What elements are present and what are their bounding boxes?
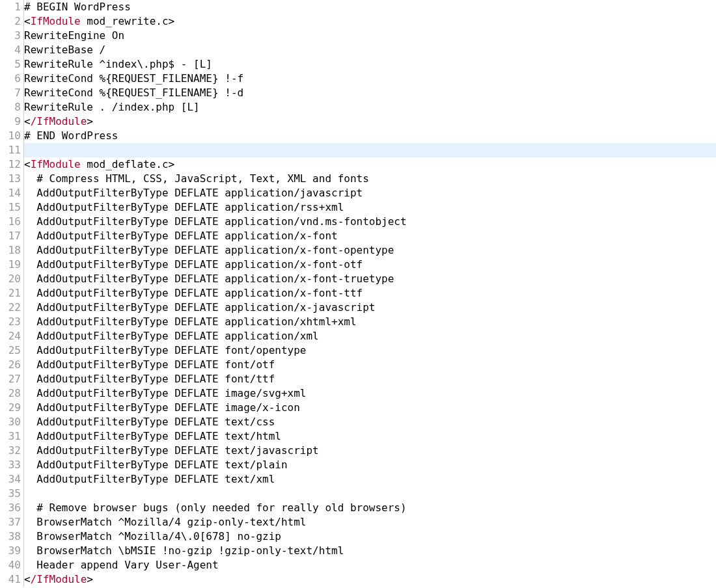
code-text: BrowserMatch ^Mozilla/4 gzip-only-text/h…	[24, 516, 306, 528]
code-text: AddOutputFilterByType DEFLATE applicatio…	[24, 258, 363, 271]
code-text: AddOutputFilterByType DEFLATE text/javas…	[24, 444, 319, 457]
code-text: AddOutputFilterByType DEFLATE applicatio…	[24, 273, 394, 285]
code-line[interactable]: # END WordPress	[24, 129, 716, 143]
code-text: RewriteCond %{REQUEST_FILENAME} !-f	[24, 72, 243, 85]
code-text: AddOutputFilterByType DEFLATE font/otf	[24, 358, 275, 371]
line-number: 33	[0, 458, 23, 472]
syntax-tag: IfModule	[31, 15, 81, 27]
code-line[interactable]: AddOutputFilterByType DEFLATE font/opent…	[24, 343, 716, 358]
code-line[interactable]: # Compress HTML, CSS, JavaScript, Text, …	[24, 172, 716, 186]
code-text: AddOutputFilterByType DEFLATE text/css	[24, 416, 275, 428]
line-number: 13	[0, 172, 23, 186]
code-line[interactable]: AddOutputFilterByType DEFLATE applicatio…	[24, 243, 716, 258]
code-line[interactable]: RewriteCond %{REQUEST_FILENAME} !-f	[24, 72, 716, 86]
code-text: AddOutputFilterByType DEFLATE applicatio…	[24, 201, 344, 213]
line-number: 3	[0, 29, 23, 43]
line-number-gutter: 1234567891011121314151617181920212223242…	[0, 0, 24, 587]
line-number: 22	[0, 301, 23, 315]
line-number: 30	[0, 415, 23, 429]
code-line[interactable]: AddOutputFilterByType DEFLATE applicatio…	[24, 258, 716, 272]
code-text: AddOutputFilterByType DEFLATE applicatio…	[24, 301, 375, 314]
code-text: AddOutputFilterByType DEFLATE text/html	[24, 430, 281, 442]
code-line[interactable]: BrowserMatch ^Mozilla/4 gzip-only-text/h…	[24, 515, 716, 529]
code-text: Header append Vary User-Agent	[24, 559, 219, 571]
syntax-punct: <	[24, 15, 31, 27]
code-text: BrowserMatch ^Mozilla/4\.0[678] no-gzip	[24, 530, 281, 542]
code-line[interactable]: </IfModule>	[24, 114, 716, 129]
code-line[interactable]: AddOutputFilterByType DEFLATE applicatio…	[24, 186, 716, 200]
syntax-tag: /IfModule	[31, 115, 87, 127]
code-text: BrowserMatch \bMSIE !no-gzip !gzip-only-…	[24, 544, 344, 557]
code-line[interactable]: # Remove browser bugs (only needed for r…	[24, 501, 716, 515]
code-text: RewriteCond %{REQUEST_FILENAME} !-d	[24, 87, 243, 99]
code-line[interactable]: Header append Vary User-Agent	[24, 558, 716, 572]
code-line[interactable]: # BEGIN WordPress	[24, 0, 716, 14]
code-line[interactable]: AddOutputFilterByType DEFLATE font/ttf	[24, 372, 716, 386]
code-line[interactable]: AddOutputFilterByType DEFLATE applicatio…	[24, 229, 716, 243]
code-line[interactable]: AddOutputFilterByType DEFLATE image/x-ic…	[24, 401, 716, 415]
code-line[interactable]: BrowserMatch \bMSIE !no-gzip !gzip-only-…	[24, 544, 716, 558]
line-number: 16	[0, 215, 23, 229]
code-line[interactable]: AddOutputFilterByType DEFLATE applicatio…	[24, 329, 716, 343]
code-line[interactable]: RewriteRule . /index.php [L]	[24, 100, 716, 114]
code-text: AddOutputFilterByType DEFLATE applicatio…	[24, 187, 363, 199]
syntax-punct: >	[169, 158, 175, 170]
code-line[interactable]: AddOutputFilterByType DEFLATE text/css	[24, 415, 716, 429]
code-text: # Remove browser bugs (only needed for r…	[24, 501, 407, 514]
code-text: AddOutputFilterByType DEFLATE font/opent…	[24, 344, 306, 356]
code-line[interactable]: RewriteEngine On	[24, 29, 716, 43]
code-line[interactable]: <IfModule mod_deflate.c>	[24, 157, 716, 172]
line-number: 40	[0, 558, 23, 572]
line-number: 31	[0, 429, 23, 444]
line-number: 18	[0, 243, 23, 258]
code-editor[interactable]: 1234567891011121314151617181920212223242…	[0, 0, 716, 587]
code-line[interactable]: RewriteRule ^index\.php$ - [L]	[24, 57, 716, 72]
line-number: 23	[0, 315, 23, 329]
code-line[interactable]: AddOutputFilterByType DEFLATE applicatio…	[24, 286, 716, 301]
code-text: AddOutputFilterByType DEFLATE applicatio…	[24, 330, 319, 342]
code-text: RewriteRule . /index.php [L]	[24, 101, 200, 113]
code-text: AddOutputFilterByType DEFLATE applicatio…	[24, 244, 394, 256]
line-number: 9	[0, 114, 23, 129]
line-number: 5	[0, 57, 23, 72]
code-line[interactable]: RewriteBase /	[24, 43, 716, 57]
syntax-punct: >	[87, 573, 93, 585]
line-number: 10	[0, 129, 23, 143]
line-number: 34	[0, 472, 23, 487]
line-number: 19	[0, 258, 23, 272]
line-number: 8	[0, 100, 23, 114]
code-line[interactable]: AddOutputFilterByType DEFLATE image/svg+…	[24, 386, 716, 401]
code-content[interactable]: # BEGIN WordPress<IfModule mod_rewrite.c…	[24, 0, 716, 587]
code-line[interactable]: AddOutputFilterByType DEFLATE applicatio…	[24, 315, 716, 329]
code-line[interactable]	[24, 143, 716, 157]
line-number: 39	[0, 544, 23, 558]
code-line[interactable]: AddOutputFilterByType DEFLATE text/plain	[24, 458, 716, 472]
code-text: AddOutputFilterByType DEFLATE applicatio…	[24, 230, 338, 242]
code-line[interactable]: RewriteCond %{REQUEST_FILENAME} !-d	[24, 86, 716, 100]
code-line[interactable]: AddOutputFilterByType DEFLATE applicatio…	[24, 272, 716, 286]
code-text: AddOutputFilterByType DEFLATE applicatio…	[24, 215, 407, 228]
code-text: AddOutputFilterByType DEFLATE image/svg+…	[24, 387, 306, 399]
syntax-punct: >	[169, 15, 175, 27]
syntax-punct: <	[24, 115, 31, 127]
code-line[interactable]: AddOutputFilterByType DEFLATE text/html	[24, 429, 716, 444]
line-number: 2	[0, 14, 23, 29]
code-line[interactable]: AddOutputFilterByType DEFLATE text/javas…	[24, 444, 716, 458]
code-line[interactable]: AddOutputFilterByType DEFLATE font/otf	[24, 358, 716, 372]
code-text: AddOutputFilterByType DEFLATE applicatio…	[24, 315, 357, 328]
line-number: 12	[0, 157, 23, 172]
code-text: # Compress HTML, CSS, JavaScript, Text, …	[24, 172, 369, 185]
code-line[interactable]: AddOutputFilterByType DEFLATE applicatio…	[24, 215, 716, 229]
code-line[interactable]: BrowserMatch ^Mozilla/4\.0[678] no-gzip	[24, 529, 716, 544]
code-line[interactable]: </IfModule>	[24, 572, 716, 587]
code-line[interactable]: AddOutputFilterByType DEFLATE applicatio…	[24, 301, 716, 315]
code-line[interactable]: <IfModule mod_rewrite.c>	[24, 14, 716, 29]
code-line[interactable]	[24, 487, 716, 501]
code-line[interactable]: AddOutputFilterByType DEFLATE applicatio…	[24, 200, 716, 215]
code-text: AddOutputFilterByType DEFLATE text/xml	[24, 473, 275, 485]
code-text: AddOutputFilterByType DEFLATE font/ttf	[24, 373, 275, 385]
code-line[interactable]: AddOutputFilterByType DEFLATE text/xml	[24, 472, 716, 487]
code-text: RewriteEngine On	[24, 29, 124, 42]
line-number: 11	[0, 143, 23, 157]
line-number: 41	[0, 572, 23, 587]
